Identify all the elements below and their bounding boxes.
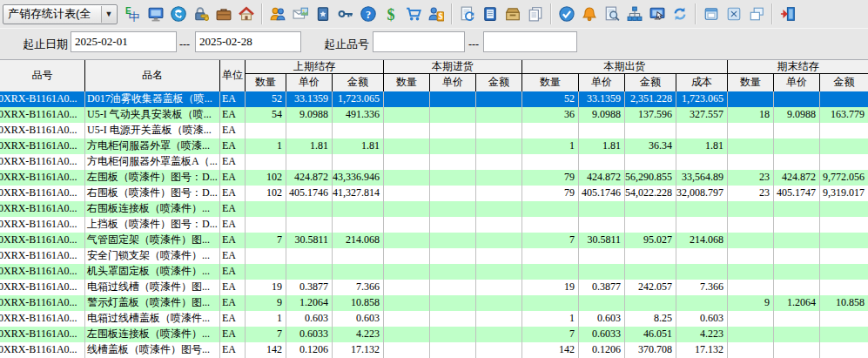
cell-value[interactable]: 163.779 — [820, 107, 868, 123]
phone-icon[interactable] — [170, 5, 187, 23]
cell-value[interactable]: 1.81 — [579, 138, 625, 154]
cell-value[interactable] — [430, 107, 476, 123]
cell-value[interactable]: 1.2064 — [286, 295, 333, 311]
cell-value[interactable] — [579, 154, 625, 170]
cell-item-name[interactable]: 左围板连接板（喷漆件）... — [85, 327, 220, 342]
home-icon[interactable] — [238, 5, 255, 23]
cell-value[interactable] — [579, 295, 625, 311]
cell-value[interactable] — [430, 217, 476, 233]
cell-value[interactable] — [820, 154, 868, 170]
cell-value[interactable] — [286, 123, 333, 138]
cell-value[interactable]: 1.81 — [676, 138, 728, 154]
cell-value[interactable]: 1.2064 — [774, 295, 820, 311]
table-row[interactable]: 0XRX-B1161A0...机头罩固定板（喷漆件）...EA — [0, 264, 868, 280]
cell-value[interactable] — [333, 217, 384, 233]
cell-value[interactable] — [430, 342, 476, 358]
cell-unit[interactable]: EA — [220, 327, 246, 342]
cell-value[interactable] — [384, 186, 430, 201]
cell-value[interactable] — [384, 327, 430, 342]
cell-value[interactable] — [430, 138, 476, 154]
sub-header-1-1[interactable]: 单价 — [430, 74, 476, 91]
cell-value[interactable] — [430, 280, 476, 295]
item-to-input[interactable] — [483, 31, 577, 52]
check-icon[interactable] — [558, 5, 575, 23]
table-row[interactable]: 0XRX-B1161A0...气管固定架（喷漆件）图...EA730.58112… — [0, 233, 868, 248]
cell-item-no[interactable]: 0XRX-B1161A0... — [0, 123, 85, 138]
person-dollar-icon[interactable]: $ — [427, 5, 445, 23]
cell-value[interactable]: 52 — [522, 91, 579, 107]
cell-unit[interactable]: EA — [220, 280, 246, 295]
cell-value[interactable] — [384, 154, 430, 170]
cell-unit[interactable]: EA — [220, 186, 246, 201]
cell-item-name[interactable]: 线槽盖板（喷漆件）图号... — [85, 342, 220, 358]
sub-header-3-0[interactable]: 数量 — [728, 74, 774, 91]
cell-value[interactable] — [820, 201, 868, 217]
cell-value[interactable]: 23 — [728, 170, 774, 186]
cell-value[interactable] — [774, 327, 820, 342]
date-from-input[interactable] — [71, 31, 177, 52]
cell-value[interactable]: 7 — [522, 233, 579, 248]
cell-value[interactable] — [333, 154, 384, 170]
cell-value[interactable] — [476, 327, 522, 342]
cell-value[interactable] — [384, 138, 430, 154]
cell-value[interactable] — [579, 123, 625, 138]
report-type-dropdown[interactable]: 产销存统计表(全 ▼ — [3, 4, 118, 24]
cell-value[interactable]: 7 — [522, 327, 579, 342]
cell-item-no[interactable]: 0XRX-B1161A0... — [0, 264, 85, 280]
cell-value[interactable] — [384, 311, 430, 327]
cell-value[interactable] — [820, 123, 868, 138]
cell-value[interactable]: 142 — [246, 342, 286, 358]
org-chart-icon[interactable] — [626, 5, 643, 23]
cell-value[interactable] — [476, 295, 522, 311]
cell-value[interactable] — [774, 342, 820, 358]
dollar-icon[interactable]: $ — [382, 5, 400, 23]
cell-value[interactable] — [476, 201, 522, 217]
cell-value[interactable]: 30.5811 — [579, 233, 625, 248]
group-header-2[interactable]: 本期出货 — [522, 60, 728, 74]
cell-value[interactable] — [476, 233, 522, 248]
cell-value[interactable] — [246, 123, 286, 138]
cell-value[interactable]: 0.1206 — [579, 342, 625, 358]
cell-value[interactable]: 1,723.065 — [333, 91, 384, 107]
cell-item-name[interactable]: 右围板连接板（喷漆件）... — [85, 201, 220, 217]
cell-value[interactable]: 95.027 — [625, 233, 676, 248]
cell-value[interactable]: 9,772.056 — [820, 170, 868, 186]
cell-value[interactable] — [286, 248, 333, 264]
cell-value[interactable]: 1 — [246, 138, 286, 154]
cell-value[interactable] — [384, 91, 430, 107]
cell-value[interactable]: 4.223 — [676, 327, 728, 342]
cell-item-no[interactable]: 0XRX-B1161A0... — [0, 107, 85, 123]
cell-value[interactable]: 7.366 — [333, 280, 384, 295]
cell-item-no[interactable]: 0XRX-B1161A0... — [0, 327, 85, 342]
cell-value[interactable] — [676, 248, 728, 264]
cell-unit[interactable]: EA — [220, 107, 246, 123]
cell-value[interactable] — [774, 248, 820, 264]
cell-value[interactable]: 33.1359 — [579, 91, 625, 107]
notebook-icon[interactable] — [481, 5, 499, 23]
cell-item-name[interactable]: 气管固定架（喷漆件）图... — [85, 233, 220, 248]
cell-item-no[interactable]: 0XRX-B1161A0... — [0, 217, 85, 233]
cell-value[interactable] — [625, 217, 676, 233]
cell-value[interactable]: 405.1747 — [774, 186, 820, 201]
cell-value[interactable] — [522, 201, 579, 217]
key-icon[interactable] — [337, 5, 354, 23]
close-icon[interactable] — [725, 5, 743, 23]
cell-item-name[interactable]: 上挡板（喷漆件）图号：D... — [85, 217, 220, 233]
cell-item-name[interactable]: 右围板（喷漆件）图号：D... — [85, 186, 220, 201]
bell-icon[interactable] — [581, 5, 598, 23]
cell-value[interactable] — [384, 233, 430, 248]
cell-unit[interactable]: EA — [220, 264, 246, 280]
cell-value[interactable] — [476, 264, 522, 280]
cell-value[interactable]: 32,008.797 — [676, 186, 728, 201]
cell-value[interactable] — [430, 264, 476, 280]
cell-value[interactable]: 17.132 — [333, 342, 384, 358]
cascade-icon[interactable] — [748, 5, 765, 23]
cell-item-no[interactable]: 0XRX-B1161A0... — [0, 280, 85, 295]
cell-value[interactable]: 142 — [522, 342, 579, 358]
cell-value[interactable] — [333, 248, 384, 264]
search-doc-icon[interactable] — [603, 5, 621, 23]
cell-value[interactable]: 56,290.855 — [625, 170, 676, 186]
cell-item-name[interactable]: D017油雾收集器盖板（喷... — [85, 91, 220, 107]
cell-value[interactable] — [728, 154, 774, 170]
cell-value[interactable] — [476, 138, 522, 154]
